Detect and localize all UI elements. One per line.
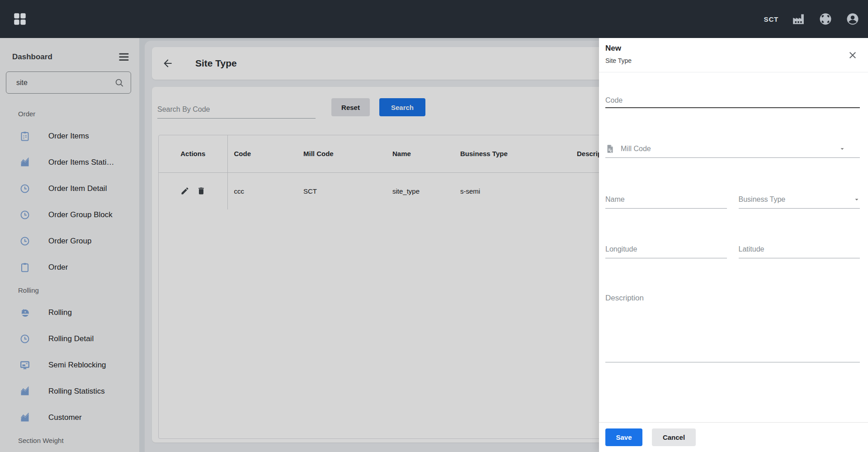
workspace-code: SCT [764,15,778,23]
code-field [605,93,860,108]
document-code-icon [605,144,615,154]
factory-icon[interactable] [791,12,806,26]
longitude-field [605,240,727,258]
latitude-field [739,240,860,258]
drawer-title: New [605,44,858,53]
business-type-select[interactable] [739,195,854,204]
description-textarea[interactable] [605,286,860,360]
top-bar: SCT [0,0,868,38]
business-type-field[interactable] [739,190,860,209]
drawer-form [605,72,860,422]
close-icon[interactable] [847,50,858,61]
fullscreen-circle-icon[interactable] [818,12,833,26]
account-circle-icon[interactable] [845,12,860,26]
chevron-down-icon[interactable] [854,196,860,203]
mill-code-field [605,140,860,158]
name-input[interactable] [605,195,727,204]
mill-code-search-icon[interactable] [851,144,860,153]
cancel-button[interactable]: Cancel [652,428,696,446]
drawer-footer: Save Cancel [599,422,868,452]
drawer-header: New Site Type [599,38,868,72]
save-button[interactable]: Save [605,428,642,446]
drawer-subtitle: Site Type [605,57,858,64]
longitude-input[interactable] [605,245,727,253]
name-field [605,190,727,209]
code-input[interactable] [605,93,860,107]
new-site-type-drawer: New Site Type [599,38,868,452]
description-field [605,286,860,362]
chevron-down-icon[interactable] [839,146,845,152]
topbar-actions: SCT [764,12,860,26]
apps-grid-icon[interactable] [11,10,29,28]
mill-code-input[interactable] [621,145,834,153]
latitude-input[interactable] [739,245,860,253]
